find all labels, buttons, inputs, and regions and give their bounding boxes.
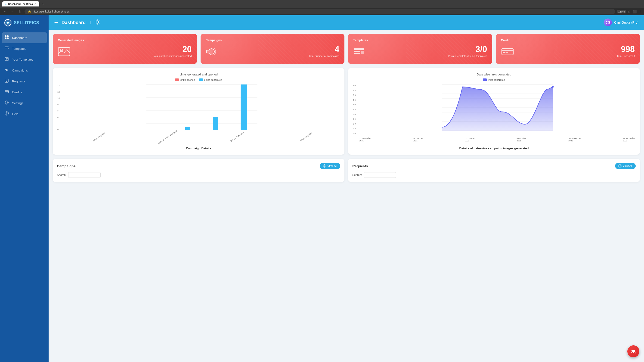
refresh-button[interactable]: ↻ (17, 10, 23, 14)
campaigns-table-title: Campaigns (57, 164, 76, 168)
stat-card-number-images: 20 (153, 45, 192, 54)
stat-card-right-credit: 998 Total user credit (617, 45, 635, 58)
svg-rect-18 (5, 91, 8, 93)
stat-card-campaigns: Campaigns 4 Total number of campaigns (200, 34, 345, 64)
sidebar-item-help[interactable]: Help (0, 109, 48, 119)
requests-search-input[interactable] (364, 172, 396, 178)
x-axis-labels: Help Campaign Announcement Campaign Tell… (64, 133, 340, 138)
sidebar-item-credits[interactable]: Credits (0, 87, 48, 98)
svg-rect-9 (5, 49, 7, 49)
forward-button[interactable]: → (10, 10, 15, 14)
stat-card-number-templates: 3/0 (448, 45, 487, 54)
stat-card-icon-credit (501, 47, 514, 58)
svg-point-2 (7, 22, 9, 24)
stat-card-icon-templates (353, 47, 365, 58)
extensions-icon[interactable]: ⬛ (633, 10, 636, 14)
y-axis-labels: 14 12 10 8 6 4 2 0 (57, 85, 60, 131)
sidebar-item-label-credits: Credits (12, 91, 22, 94)
legend-color-area (483, 79, 487, 81)
area-chart-svg (359, 85, 635, 135)
settings-header-icon[interactable] (95, 20, 100, 26)
legend-label-area: links generated (488, 79, 505, 81)
svg-rect-13 (6, 59, 7, 60)
requests-search-label: Search: (352, 173, 362, 177)
campaigns-table-card: Campaigns View All Search: (53, 159, 344, 182)
sidebar-item-campaigns[interactable]: Campaigns (0, 65, 48, 76)
legend-color-generated (199, 79, 203, 81)
stat-card-number-credit: 998 (617, 45, 635, 54)
sidebar-item-templates[interactable]: Templates (0, 43, 48, 54)
sidebar-item-label-help: Help (12, 112, 18, 116)
hamburger-button[interactable]: ☰ (54, 20, 58, 25)
dashboard-icon (4, 35, 9, 41)
stat-card-sub-templates: Private templates/Public templates (448, 54, 487, 58)
campaigns-table-header: Campaigns View All (57, 163, 340, 169)
sidebar-item-your-templates[interactable]: Your Templates (0, 54, 48, 65)
requests-view-all-button[interactable]: View All (615, 163, 636, 169)
svg-rect-45 (241, 85, 247, 130)
sidebar-item-dashboard[interactable]: Dashboard (2, 33, 47, 43)
campaigns-search-row: Search: (57, 172, 340, 178)
secure-icon: 🔒 (28, 10, 31, 13)
sidebar-item-label-your-templates: Your Templates (12, 58, 33, 61)
bar-chart-title: Links generated and opened (57, 73, 340, 76)
credits-icon (4, 90, 9, 95)
sidebar-item-settings[interactable]: Settings (0, 98, 48, 109)
header-divider: | (90, 20, 91, 25)
stat-card-templates: Templates 3/0 Private te (348, 34, 492, 64)
campaigns-search-label: Search: (57, 173, 66, 177)
menu-icon[interactable]: ⋮ (638, 10, 642, 14)
campaigns-view-all-button[interactable]: View All (320, 163, 340, 169)
requests-view-all-icon (618, 164, 622, 168)
bar-chart-svg (64, 85, 340, 131)
bar-chart-card: Links generated and opened Links opened … (53, 68, 344, 155)
svg-rect-44 (213, 117, 218, 130)
user-avatar: CG (604, 19, 612, 26)
bar-chart-subtitle: Campaign Details (57, 147, 340, 150)
legend-label-opened: Links opened (180, 79, 195, 81)
stat-card-title-images: Generated Images (58, 39, 192, 42)
svg-rect-4 (7, 36, 8, 37)
floating-badge[interactable] (627, 345, 639, 357)
requests-icon (4, 79, 9, 84)
requests-table-card: Requests View All Search: (348, 159, 640, 182)
svg-rect-30 (361, 51, 364, 54)
bar-chart-area: 14 12 10 8 6 4 2 0 (57, 85, 340, 138)
sidebar: SELLITPICS Dashboard (0, 15, 48, 362)
sidebar-item-label-templates: Templates (12, 47, 26, 51)
svg-rect-34 (506, 52, 508, 53)
campaigns-search-input[interactable] (68, 172, 100, 178)
stat-card-title-templates: Templates (353, 39, 487, 42)
stat-card-title-campaigns: Campaigns (206, 39, 340, 42)
address-bar[interactable]: 🔒 https://sellitpics.in/home/index (24, 9, 615, 14)
stat-card-credit: Credit 998 Total user cr (496, 34, 640, 64)
stat-card-right-images: 20 Total number of images generated (153, 45, 192, 58)
tab-close-button[interactable]: ✕ (34, 2, 36, 6)
svg-rect-8 (5, 48, 7, 48)
active-tab[interactable]: ● Dashboard - sellitPics ✕ (2, 2, 39, 7)
tab-title: Dashboard - sellitPics (8, 3, 32, 5)
svg-rect-12 (6, 58, 8, 59)
svg-rect-5 (5, 38, 6, 39)
browser-action-buttons: ☆ ⬛ ⋮ (628, 10, 642, 14)
tab-favicon: ● (5, 2, 7, 6)
bookmark-icon[interactable]: ☆ (628, 10, 631, 14)
svg-rect-3 (5, 36, 6, 37)
requests-search-row: Search: (352, 172, 636, 178)
area-x-axis: 22 November2021 18 October2021 06 Octobe… (359, 137, 635, 142)
campaigns-view-all-label: View All (327, 164, 337, 168)
svg-point-57 (552, 86, 554, 88)
legend-color-opened (175, 79, 179, 81)
svg-point-21 (6, 102, 8, 103)
new-tab-button[interactable]: + (42, 2, 44, 6)
view-all-icon (323, 164, 326, 168)
back-button[interactable]: ← (2, 10, 8, 14)
sidebar-item-label-dashboard: Dashboard (12, 36, 27, 40)
settings-icon (4, 101, 9, 106)
sidebar-item-requests[interactable]: Requests (0, 76, 48, 87)
stat-card-right-campaigns: 4 Total number of campaigns (309, 45, 339, 58)
stat-card-generated-images: Generated Images 20 Total number of imag… (53, 34, 197, 64)
svg-rect-31 (502, 48, 513, 55)
legend-links-generated-area: links generated (483, 79, 505, 81)
svg-rect-27 (354, 48, 364, 50)
